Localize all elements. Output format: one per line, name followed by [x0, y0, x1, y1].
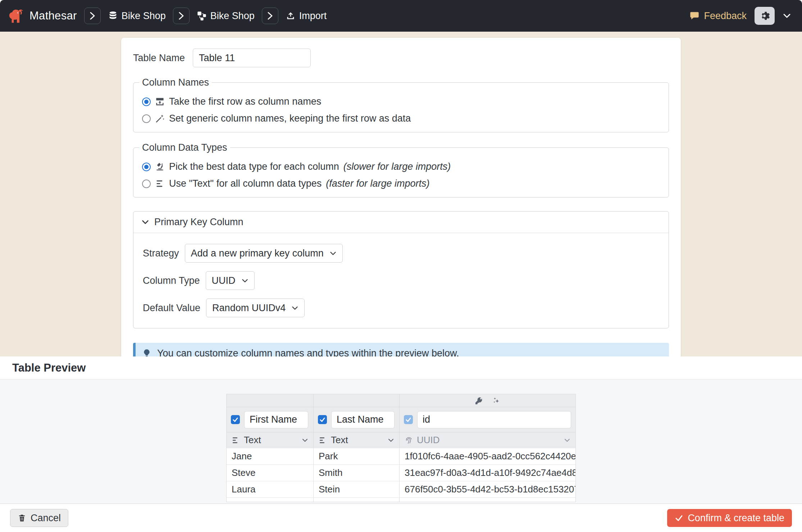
- column-checkbox[interactable]: [318, 415, 327, 424]
- radio-all-text[interactable]: Use "Text" for all column data types (fa…: [142, 178, 660, 189]
- radio-note: (slower for large imports): [343, 161, 451, 172]
- import-settings-area: Table Name Column Names Take the first r…: [0, 32, 802, 356]
- radio-note: (faster for large imports): [326, 178, 429, 189]
- chevron-down-icon: [241, 278, 249, 283]
- table-name-label: Table Name: [133, 53, 185, 64]
- radio-button[interactable]: [142, 163, 151, 171]
- breadcrumb-import[interactable]: Import: [286, 10, 327, 22]
- breadcrumb-database[interactable]: Bike Shop: [108, 10, 166, 22]
- radio-label: Use "Text" for all column data types: [169, 178, 322, 189]
- column-name-row: [227, 407, 575, 432]
- radio-first-row-as-names[interactable]: Take the first row as column names: [142, 96, 660, 107]
- brand-name: Mathesar: [29, 9, 77, 22]
- settings-button[interactable]: [755, 7, 775, 25]
- breadcrumb-schema[interactable]: Bike Shop: [197, 10, 255, 22]
- chevron-right-icon: [178, 11, 185, 21]
- chevron-down-icon: [141, 219, 149, 225]
- feedback-button[interactable]: Feedback: [689, 10, 747, 22]
- column-name-input[interactable]: [244, 411, 308, 428]
- radio-generic-names[interactable]: Set generic column names, keeping the fi…: [142, 113, 660, 124]
- table-cell: 1f010fc6-4aae-4905-aad2-0cc562c4420e: [400, 448, 575, 464]
- column-type-select[interactable]: Text: [314, 432, 400, 448]
- chevron-down-icon: [388, 438, 394, 442]
- default-value-select-value: Random UUIDv4: [212, 303, 286, 314]
- database-icon: [108, 11, 118, 21]
- table-row: Steve Smith 31eac97f-d0a3-4d1d-a10f-9492…: [227, 464, 575, 481]
- column-names-legend: Column Names: [139, 77, 212, 88]
- table-cell: 676f50c0-3b55-4d42-bc53-b1d8ec153207: [400, 481, 575, 497]
- table-cell: Smith: [314, 465, 400, 481]
- speech-bubble-icon: [689, 11, 700, 21]
- column-type-value: Text: [244, 435, 261, 446]
- table-name-input[interactable]: [193, 49, 311, 67]
- column-type-value: Text: [331, 435, 348, 446]
- breadcrumb-separator[interactable]: [173, 8, 190, 24]
- action-footer: Cancel Confirm & create table: [0, 504, 802, 532]
- confirm-create-table-button[interactable]: Confirm & create table: [667, 509, 792, 527]
- top-navbar: Mathesar Bike Shop: [0, 0, 802, 32]
- column-type-select[interactable]: Text: [227, 432, 314, 448]
- primary-key-collapse-header[interactable]: Primary Key Column: [133, 212, 669, 233]
- primary-key-section: Primary Key Column Strategy Add a new pr…: [133, 211, 669, 328]
- chevron-down-icon[interactable]: [783, 13, 791, 19]
- table-row: Laura Stein 676f50c0-3b55-4d42-bc53-b1d8…: [227, 481, 575, 497]
- radio-button[interactable]: [142, 179, 151, 188]
- table-preview-header: Table Preview: [0, 356, 802, 379]
- table-cell: Jane: [227, 448, 314, 464]
- cancel-button[interactable]: Cancel: [10, 509, 68, 527]
- column-name-input[interactable]: [331, 411, 395, 428]
- breadcrumb-import-label: Import: [299, 10, 327, 22]
- radio-label: Pick the best data type for each column: [169, 161, 339, 172]
- table-cell: Stein: [314, 481, 400, 497]
- pk-indicator-row: [227, 394, 575, 407]
- radio-best-data-type[interactable]: Pick the best data type for each column …: [142, 161, 660, 172]
- lightbulb-icon: [142, 349, 151, 356]
- table-preview-area: Text Text: [0, 379, 802, 504]
- breadcrumb-schema-label: Bike Shop: [210, 10, 255, 22]
- table-cell: 31eac97f-d0a3-4d1d-a10f-9492c74ae4d8: [400, 465, 575, 481]
- chevron-down-icon: [564, 438, 570, 442]
- mathesar-brand[interactable]: Mathesar: [8, 8, 77, 24]
- column-name-input[interactable]: [417, 411, 571, 428]
- text-type-icon: [319, 436, 327, 445]
- preview-table: Text Text: [226, 394, 576, 502]
- column-data-types-legend: Column Data Types: [139, 142, 230, 153]
- default-value-label: Default Value: [143, 303, 200, 314]
- radio-button[interactable]: [142, 114, 151, 123]
- key-icon: [475, 396, 483, 405]
- default-value-select[interactable]: Random UUIDv4: [206, 299, 305, 317]
- strategy-select[interactable]: Add a new primary key column: [185, 244, 343, 263]
- column-checkbox[interactable]: [231, 415, 240, 424]
- sparkles-icon: [492, 396, 501, 405]
- table-row-partial: [227, 497, 575, 502]
- confirm-create-table-label: Confirm & create table: [688, 513, 784, 524]
- schema-icon: [197, 11, 207, 21]
- text-type-icon: [232, 436, 240, 445]
- table-preview-title: Table Preview: [12, 362, 86, 374]
- fingerprint-icon: [405, 436, 413, 445]
- tip-banner: You can customize column names and types…: [133, 343, 669, 356]
- breadcrumb-separator[interactable]: [262, 8, 278, 24]
- chevron-down-icon: [302, 438, 308, 442]
- radio-label: Take the first row as column names: [169, 96, 321, 107]
- breadcrumb-separator[interactable]: [84, 8, 101, 24]
- check-icon: [675, 514, 683, 522]
- radio-label: Set generic column names, keeping the fi…: [169, 113, 411, 124]
- upload-icon: [286, 11, 296, 21]
- column-type-select[interactable]: UUID: [206, 271, 255, 290]
- chevron-right-icon: [266, 11, 274, 21]
- column-type-value: UUID: [417, 435, 440, 446]
- chevron-right-icon: [89, 11, 96, 21]
- cancel-label: Cancel: [31, 513, 61, 524]
- chevron-down-icon: [329, 251, 337, 256]
- column-type-label: Column Type: [143, 275, 200, 286]
- breadcrumb-database-label: Bike Shop: [122, 10, 166, 22]
- table-row: Jane Park 1f010fc6-4aae-4905-aad2-0cc562…: [227, 448, 575, 464]
- import-settings-card: Table Name Column Names Take the first r…: [121, 38, 681, 356]
- radio-button[interactable]: [142, 97, 151, 106]
- text-lines-icon: [155, 179, 165, 188]
- column-names-fieldset: Column Names Take the first row as colum…: [133, 77, 669, 132]
- chevron-down-icon: [291, 306, 299, 310]
- strategy-select-value: Add a new primary key column: [191, 248, 324, 259]
- column-data-types-fieldset: Column Data Types Pick the best data typ…: [133, 142, 669, 197]
